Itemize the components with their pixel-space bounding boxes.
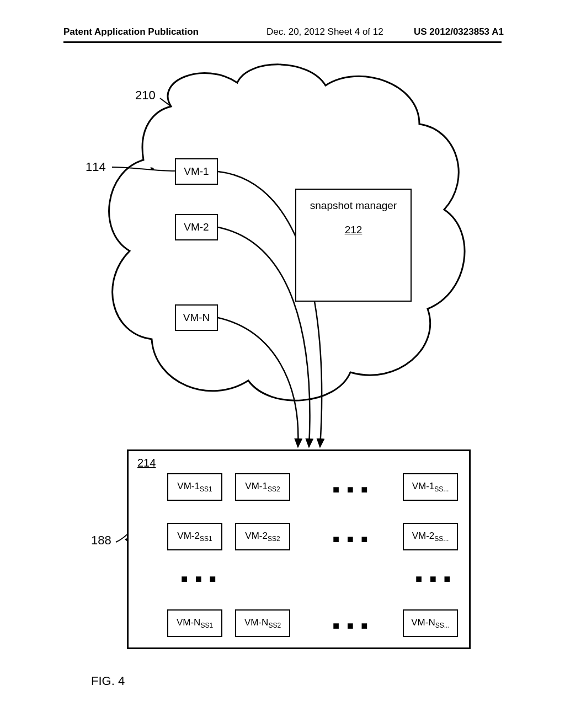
snapshot-manager-ref: 212 bbox=[296, 224, 411, 236]
ss-vm2-ssn: VM-2SS... bbox=[403, 523, 458, 550]
page-header: Patent Application Publication Dec. 20, … bbox=[0, 26, 565, 40]
ss-vmn-ssn: VM-NSS... bbox=[403, 609, 458, 637]
ellipsis-icon: ■ ■ ■ bbox=[333, 619, 370, 632]
storage-box: 214 VM-1SS1 VM-1SS2 ■ ■ ■ VM-1SS... VM-2… bbox=[127, 449, 471, 649]
vm-n-box: VM-N bbox=[175, 304, 218, 331]
ellipsis-icon: ■ ■ ■ bbox=[333, 483, 370, 496]
ss-vm1-ssn: VM-1SS... bbox=[403, 473, 458, 501]
ref-label-114: 114 bbox=[86, 160, 106, 174]
ss-vm2-ss2: VM-2SS2 bbox=[235, 523, 290, 550]
vm-2-label: VM-2 bbox=[184, 221, 209, 233]
ellipsis-icon: ■ ■ ■ bbox=[415, 572, 452, 585]
ss-vmn-ss2: VM-NSS2 bbox=[235, 609, 290, 637]
vm-1-label: VM-1 bbox=[184, 165, 209, 178]
snapshot-manager-box: snapshot manager 212 bbox=[295, 189, 412, 302]
ss-vm1-ss2: VM-1SS2 bbox=[235, 473, 290, 501]
header-rule bbox=[63, 41, 502, 43]
vm-2-box: VM-2 bbox=[175, 214, 218, 240]
vm-n-label: VM-N bbox=[183, 312, 210, 324]
ellipsis-icon: ■ ■ ■ bbox=[181, 572, 218, 585]
figure-caption: FIG. 4 bbox=[91, 674, 125, 688]
header-right: US 2012/0323853 A1 bbox=[414, 26, 504, 38]
snapshot-manager-title: snapshot manager bbox=[310, 200, 397, 211]
ss-vmn-ss1: VM-NSS1 bbox=[167, 609, 222, 637]
ref-label-210: 210 bbox=[135, 88, 156, 103]
ellipsis-icon: ■ ■ ■ bbox=[333, 533, 370, 545]
storage-ref-214: 214 bbox=[137, 457, 156, 469]
ss-vm1-ss1: VM-1SS1 bbox=[167, 473, 222, 501]
vm-1-box: VM-1 bbox=[175, 158, 218, 185]
ss-vm2-ss1: VM-2SS1 bbox=[167, 523, 222, 550]
header-left: Patent Application Publication bbox=[63, 26, 199, 38]
ref-label-188: 188 bbox=[91, 533, 111, 548]
header-center: Dec. 20, 2012 Sheet 4 of 12 bbox=[266, 26, 383, 38]
